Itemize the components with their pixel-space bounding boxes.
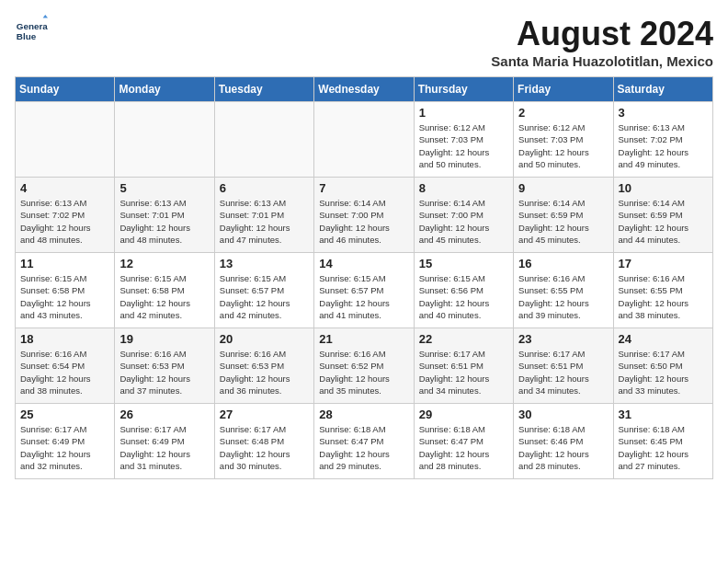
day-info: Sunrise: 6:13 AM Sunset: 7:01 PM Dayligh…: [220, 197, 309, 246]
day-number: 30: [518, 408, 608, 421]
calendar-cell: 26Sunrise: 6:17 AM Sunset: 6:49 PM Dayli…: [115, 404, 214, 479]
day-number: 16: [518, 257, 608, 270]
day-info: Sunrise: 6:15 AM Sunset: 6:56 PM Dayligh…: [419, 272, 508, 321]
day-number: 21: [319, 332, 408, 346]
calendar-cell: 23Sunrise: 6:17 AM Sunset: 6:51 PM Dayli…: [514, 328, 613, 404]
calendar-cell: 31Sunrise: 6:18 AM Sunset: 6:45 PM Dayli…: [613, 404, 712, 479]
calendar-cell: [16, 102, 115, 178]
day-number: 8: [419, 181, 508, 195]
day-number: 9: [518, 181, 608, 195]
day-number: 19: [119, 332, 209, 346]
calendar-cell: 3Sunrise: 6:13 AM Sunset: 7:02 PM Daylig…: [613, 102, 712, 178]
calendar-cell: 1Sunrise: 6:12 AM Sunset: 7:03 PM Daylig…: [414, 102, 513, 178]
weekday-header: Friday: [514, 77, 613, 102]
calendar-cell: 7Sunrise: 6:14 AM Sunset: 7:00 PM Daylig…: [314, 178, 414, 253]
day-number: 7: [319, 181, 408, 195]
calendar-cell: 8Sunrise: 6:14 AM Sunset: 7:00 PM Daylig…: [414, 178, 513, 253]
calendar-cell: 16Sunrise: 6:16 AM Sunset: 6:55 PM Dayli…: [514, 253, 613, 328]
day-number: 10: [619, 181, 708, 195]
day-info: Sunrise: 6:18 AM Sunset: 6:46 PM Dayligh…: [518, 423, 608, 472]
day-number: 12: [119, 257, 209, 270]
svg-marker-2: [43, 15, 48, 18]
day-number: 1: [419, 106, 508, 120]
calendar-cell: 17Sunrise: 6:16 AM Sunset: 6:55 PM Dayli…: [613, 253, 712, 328]
calendar-cell: 30Sunrise: 6:18 AM Sunset: 6:46 PM Dayli…: [514, 404, 613, 479]
day-number: 23: [518, 332, 608, 346]
month-title: August 2024: [491, 15, 713, 53]
day-number: 6: [220, 181, 309, 195]
day-info: Sunrise: 6:16 AM Sunset: 6:53 PM Dayligh…: [220, 348, 309, 396]
calendar-cell: 2Sunrise: 6:12 AM Sunset: 7:03 PM Daylig…: [514, 102, 613, 178]
day-info: Sunrise: 6:17 AM Sunset: 6:48 PM Dayligh…: [220, 423, 309, 472]
day-number: 3: [619, 106, 708, 120]
day-info: Sunrise: 6:18 AM Sunset: 6:45 PM Dayligh…: [619, 423, 708, 472]
day-info: Sunrise: 6:14 AM Sunset: 6:59 PM Dayligh…: [518, 197, 608, 246]
day-info: Sunrise: 6:16 AM Sunset: 6:55 PM Dayligh…: [619, 272, 708, 321]
weekday-header: Saturday: [613, 77, 712, 102]
day-number: 24: [619, 332, 708, 346]
calendar-cell: 9Sunrise: 6:14 AM Sunset: 6:59 PM Daylig…: [514, 178, 613, 253]
day-info: Sunrise: 6:13 AM Sunset: 7:02 PM Dayligh…: [619, 121, 708, 170]
calendar-cell: 19Sunrise: 6:16 AM Sunset: 6:53 PM Dayli…: [115, 328, 214, 404]
weekday-header: Wednesday: [314, 77, 414, 102]
weekday-header: Monday: [115, 77, 214, 102]
calendar-cell: [115, 102, 214, 178]
day-number: 28: [319, 408, 408, 421]
day-number: 11: [20, 257, 109, 270]
calendar-cell: 4Sunrise: 6:13 AM Sunset: 7:02 PM Daylig…: [16, 178, 115, 253]
day-number: 17: [619, 257, 708, 270]
day-number: 20: [220, 332, 309, 346]
calendar-cell: 5Sunrise: 6:13 AM Sunset: 7:01 PM Daylig…: [115, 178, 214, 253]
calendar-cell: 28Sunrise: 6:18 AM Sunset: 6:47 PM Dayli…: [314, 404, 414, 479]
calendar-cell: 25Sunrise: 6:17 AM Sunset: 6:49 PM Dayli…: [16, 404, 115, 479]
calendar-week-row: 11Sunrise: 6:15 AM Sunset: 6:58 PM Dayli…: [16, 253, 713, 328]
day-info: Sunrise: 6:18 AM Sunset: 6:47 PM Dayligh…: [419, 423, 508, 472]
weekday-header: Tuesday: [214, 77, 313, 102]
day-info: Sunrise: 6:16 AM Sunset: 6:55 PM Dayligh…: [518, 272, 608, 321]
calendar-cell: [314, 102, 414, 178]
calendar-cell: 13Sunrise: 6:15 AM Sunset: 6:57 PM Dayli…: [214, 253, 313, 328]
day-info: Sunrise: 6:17 AM Sunset: 6:49 PM Dayligh…: [20, 423, 109, 472]
logo-icon: General Blue: [15, 15, 48, 48]
day-info: Sunrise: 6:15 AM Sunset: 6:57 PM Dayligh…: [319, 272, 408, 321]
calendar-week-row: 25Sunrise: 6:17 AM Sunset: 6:49 PM Dayli…: [16, 404, 713, 479]
svg-text:Blue: Blue: [17, 31, 37, 41]
calendar-cell: 6Sunrise: 6:13 AM Sunset: 7:01 PM Daylig…: [214, 178, 313, 253]
day-number: 31: [619, 408, 708, 421]
calendar-cell: 21Sunrise: 6:16 AM Sunset: 6:52 PM Dayli…: [314, 328, 414, 404]
day-info: Sunrise: 6:15 AM Sunset: 6:58 PM Dayligh…: [119, 272, 209, 321]
day-number: 13: [220, 257, 309, 270]
calendar-cell: 24Sunrise: 6:17 AM Sunset: 6:50 PM Dayli…: [613, 328, 712, 404]
day-info: Sunrise: 6:16 AM Sunset: 6:54 PM Dayligh…: [20, 348, 109, 396]
calendar-week-row: 18Sunrise: 6:16 AM Sunset: 6:54 PM Dayli…: [16, 328, 713, 404]
day-info: Sunrise: 6:17 AM Sunset: 6:51 PM Dayligh…: [518, 348, 608, 396]
day-info: Sunrise: 6:14 AM Sunset: 7:00 PM Dayligh…: [419, 197, 508, 246]
calendar-table: SundayMondayTuesdayWednesdayThursdayFrid…: [15, 76, 713, 479]
day-info: Sunrise: 6:13 AM Sunset: 7:01 PM Dayligh…: [119, 197, 209, 246]
weekday-header-row: SundayMondayTuesdayWednesdayThursdayFrid…: [16, 77, 713, 102]
day-info: Sunrise: 6:14 AM Sunset: 6:59 PM Dayligh…: [619, 197, 708, 246]
day-number: 14: [319, 257, 408, 270]
svg-text:General: General: [17, 21, 48, 31]
calendar-cell: 18Sunrise: 6:16 AM Sunset: 6:54 PM Dayli…: [16, 328, 115, 404]
weekday-header: Thursday: [414, 77, 513, 102]
day-number: 15: [419, 257, 508, 270]
calendar-cell: 14Sunrise: 6:15 AM Sunset: 6:57 PM Dayli…: [314, 253, 414, 328]
logo: General Blue General Blue: [15, 15, 48, 48]
day-info: Sunrise: 6:18 AM Sunset: 6:47 PM Dayligh…: [319, 423, 408, 472]
day-info: Sunrise: 6:15 AM Sunset: 6:57 PM Dayligh…: [220, 272, 309, 321]
calendar-cell: [214, 102, 313, 178]
calendar-cell: 11Sunrise: 6:15 AM Sunset: 6:58 PM Dayli…: [16, 253, 115, 328]
day-number: 18: [20, 332, 109, 346]
day-number: 25: [20, 408, 109, 421]
day-info: Sunrise: 6:16 AM Sunset: 6:52 PM Dayligh…: [319, 348, 408, 396]
day-info: Sunrise: 6:17 AM Sunset: 6:49 PM Dayligh…: [119, 423, 209, 472]
location-title: Santa Maria Huazolotitlan, Mexico: [491, 53, 713, 69]
day-number: 2: [518, 106, 608, 120]
calendar-cell: 12Sunrise: 6:15 AM Sunset: 6:58 PM Dayli…: [115, 253, 214, 328]
calendar-cell: 10Sunrise: 6:14 AM Sunset: 6:59 PM Dayli…: [613, 178, 712, 253]
day-info: Sunrise: 6:12 AM Sunset: 7:03 PM Dayligh…: [419, 121, 508, 170]
day-info: Sunrise: 6:12 AM Sunset: 7:03 PM Dayligh…: [518, 121, 608, 170]
header: General Blue General Blue August 2024 Sa…: [15, 15, 713, 69]
day-info: Sunrise: 6:13 AM Sunset: 7:02 PM Dayligh…: [20, 197, 109, 246]
